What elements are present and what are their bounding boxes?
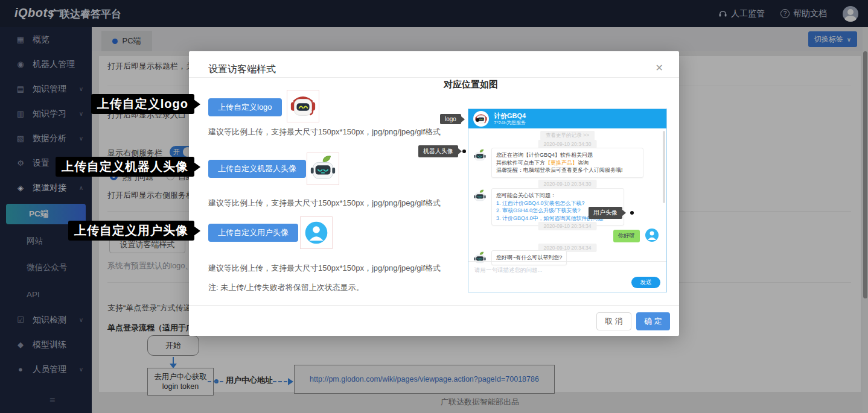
chat-header: 计价GBQ4 7*24h为您服务 xyxy=(468,109,666,128)
chat-header-text: 计价GBQ4 7*24h为您服务 xyxy=(494,112,526,126)
msg-text: 咨询 xyxy=(578,160,589,166)
user-avatar-position-tag: 用户头像 xyxy=(589,207,622,219)
user-avatar-image xyxy=(304,221,328,245)
user-avatar-icon xyxy=(645,228,659,242)
robot-avatar-image xyxy=(309,155,337,183)
bot-avatar-icon xyxy=(473,189,487,203)
user-avatar-preview-box xyxy=(300,216,333,249)
bot-message: 您正在咨询【计价GBQ4】软件相关问题 其他软件可点击下方【更换产品】咨询 温馨… xyxy=(491,148,643,178)
send-button[interactable]: 发送 xyxy=(631,277,660,288)
callout-upload-user-avatar: 上传自定义用户头像 xyxy=(68,221,194,241)
confirm-button[interactable]: 确 定 xyxy=(636,312,670,330)
bot-message-line: 温馨提醒：电脑端登录后可查看更多个人订阅服务哦! xyxy=(496,166,639,174)
divider xyxy=(189,77,679,78)
timestamp: 2020-09-10 20:34:30 xyxy=(538,140,597,148)
chat-input-placeholder: 请用一句话描述您的问题... xyxy=(474,266,542,274)
timestamp: 2020-09-10 20:34:30 xyxy=(538,180,597,188)
annotation-dot xyxy=(476,118,479,122)
cancel-button[interactable]: 取 消 xyxy=(596,312,631,330)
question-link[interactable]: 1. 江西计价GBQ4.0安装包怎么下载? xyxy=(496,200,619,207)
upload-hint: 建议等比例上传，支持最大尺寸150px*150px，jpg/png/jpeg/g… xyxy=(208,198,441,209)
chat-service-subtitle: 7*24h为您服务 xyxy=(494,120,526,126)
upload-note: 注: 未上传/上传失败者将保留上次状态显示。 xyxy=(208,282,364,293)
history-link[interactable]: 查看更早的记录 >> xyxy=(540,131,595,140)
bot-message-line: 您正在咨询【计价GBQ4】软件相关问题 xyxy=(496,151,639,159)
modal-title: 设置访客端样式 xyxy=(208,63,276,76)
upload-robot-avatar-button[interactable]: 上传自定义机器人头像 xyxy=(208,160,306,178)
visitor-style-modal: 设置访客端样式 ✕ 上传自定义logo 建议等比例上传，支持最大尺寸150px*… xyxy=(189,51,679,336)
robot-avatar-position-tag: 机器人头像 xyxy=(418,145,458,157)
app-root: iQbots 广联达睿答平台 人工监管 ? 帮助文档 ▦ 概览 ◉ 机器人管理 … xyxy=(0,0,868,413)
robot-avatar-preview-box xyxy=(307,153,339,185)
callout-upload-logo: 上传自定义logo xyxy=(91,94,194,114)
logo-preview-box xyxy=(287,90,319,122)
bot-avatar-icon xyxy=(473,149,487,162)
msg-text: 其他软件可点击下方 xyxy=(496,160,545,166)
chat-product-title: 计价GBQ4 xyxy=(494,112,526,120)
logo-robot-image xyxy=(289,92,317,120)
divider xyxy=(189,305,679,306)
logo-position-tag: logo xyxy=(440,114,461,124)
chat-scrollbar-thumb[interactable] xyxy=(663,131,665,203)
timestamp: 2020-09-10 20:34:34 xyxy=(538,222,597,230)
upload-logo-button[interactable]: 上传自定义logo xyxy=(208,98,282,116)
chat-preview-panel: 计价GBQ4 7*24h为您服务 查看更早的记录 >> 2020-09-10 2… xyxy=(468,109,667,292)
preview-section-title: 对应位置如图 xyxy=(444,79,498,90)
annotation-dot xyxy=(630,211,634,215)
highlight-text[interactable]: 【更换产品】 xyxy=(545,160,578,166)
chat-input-area[interactable]: 请用一句话描述您的问题... 发送 xyxy=(468,261,666,292)
bot-message-line: 您可能会关心以下问题： xyxy=(496,192,619,200)
upload-hint: 建议等比例上传，支持最大尺寸150px*150px，jpg/png/jpeg/g… xyxy=(208,263,441,274)
upload-hint: 建议等比例上传，支持最大尺寸150px*150px，jpg/png/jpeg/g… xyxy=(208,127,441,137)
close-icon[interactable]: ✕ xyxy=(656,62,663,74)
upload-user-avatar-button[interactable]: 上传自定义用户头像 xyxy=(208,224,298,242)
annotation-dot xyxy=(462,150,466,153)
user-message-bubble: 你好呀 xyxy=(613,230,640,242)
bot-message-line: 其他软件可点击下方【更换产品】咨询 xyxy=(496,159,639,167)
callout-upload-robot-avatar: 上传自定义机器人头像 xyxy=(56,157,194,177)
